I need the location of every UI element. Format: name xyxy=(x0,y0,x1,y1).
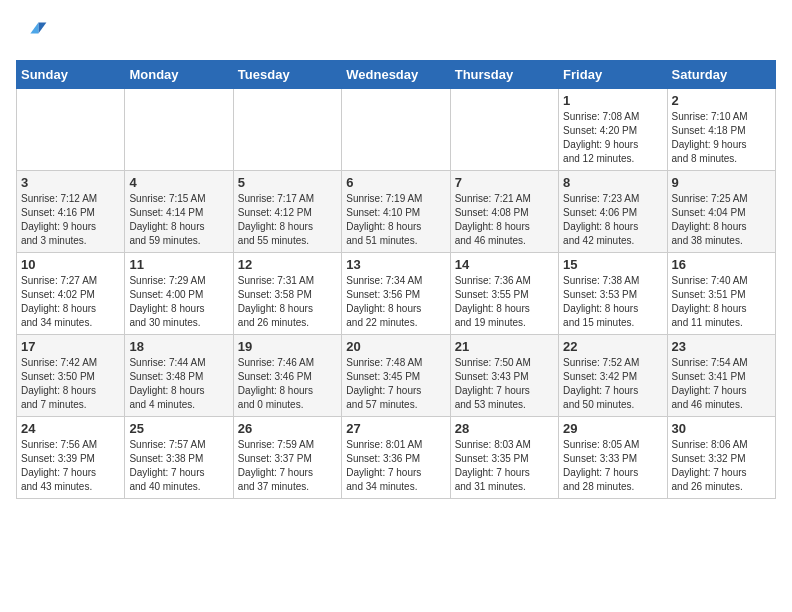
weekday-header-monday: Monday xyxy=(125,61,233,89)
day-number: 14 xyxy=(455,257,554,272)
weekday-header-tuesday: Tuesday xyxy=(233,61,341,89)
calendar-cell: 13Sunrise: 7:34 AM Sunset: 3:56 PM Dayli… xyxy=(342,253,450,335)
calendar-cell xyxy=(342,89,450,171)
day-info: Sunrise: 8:03 AM Sunset: 3:35 PM Dayligh… xyxy=(455,438,554,494)
day-number: 22 xyxy=(563,339,662,354)
day-info: Sunrise: 7:34 AM Sunset: 3:56 PM Dayligh… xyxy=(346,274,445,330)
day-number: 19 xyxy=(238,339,337,354)
day-info: Sunrise: 7:52 AM Sunset: 3:42 PM Dayligh… xyxy=(563,356,662,412)
calendar-cell: 4Sunrise: 7:15 AM Sunset: 4:14 PM Daylig… xyxy=(125,171,233,253)
calendar-cell: 26Sunrise: 7:59 AM Sunset: 3:37 PM Dayli… xyxy=(233,417,341,499)
day-info: Sunrise: 7:46 AM Sunset: 3:46 PM Dayligh… xyxy=(238,356,337,412)
day-info: Sunrise: 7:38 AM Sunset: 3:53 PM Dayligh… xyxy=(563,274,662,330)
calendar-cell: 11Sunrise: 7:29 AM Sunset: 4:00 PM Dayli… xyxy=(125,253,233,335)
week-row-4: 17Sunrise: 7:42 AM Sunset: 3:50 PM Dayli… xyxy=(17,335,776,417)
day-info: Sunrise: 7:17 AM Sunset: 4:12 PM Dayligh… xyxy=(238,192,337,248)
calendar-cell: 7Sunrise: 7:21 AM Sunset: 4:08 PM Daylig… xyxy=(450,171,558,253)
calendar-cell: 3Sunrise: 7:12 AM Sunset: 4:16 PM Daylig… xyxy=(17,171,125,253)
day-number: 15 xyxy=(563,257,662,272)
calendar-cell: 12Sunrise: 7:31 AM Sunset: 3:58 PM Dayli… xyxy=(233,253,341,335)
calendar-cell xyxy=(233,89,341,171)
day-info: Sunrise: 7:08 AM Sunset: 4:20 PM Dayligh… xyxy=(563,110,662,166)
day-info: Sunrise: 8:01 AM Sunset: 3:36 PM Dayligh… xyxy=(346,438,445,494)
day-number: 27 xyxy=(346,421,445,436)
day-number: 25 xyxy=(129,421,228,436)
calendar-cell xyxy=(450,89,558,171)
day-info: Sunrise: 7:15 AM Sunset: 4:14 PM Dayligh… xyxy=(129,192,228,248)
day-info: Sunrise: 7:25 AM Sunset: 4:04 PM Dayligh… xyxy=(672,192,771,248)
day-number: 1 xyxy=(563,93,662,108)
day-info: Sunrise: 7:36 AM Sunset: 3:55 PM Dayligh… xyxy=(455,274,554,330)
day-info: Sunrise: 7:44 AM Sunset: 3:48 PM Dayligh… xyxy=(129,356,228,412)
calendar-cell: 9Sunrise: 7:25 AM Sunset: 4:04 PM Daylig… xyxy=(667,171,775,253)
day-info: Sunrise: 7:29 AM Sunset: 4:00 PM Dayligh… xyxy=(129,274,228,330)
day-info: Sunrise: 7:31 AM Sunset: 3:58 PM Dayligh… xyxy=(238,274,337,330)
calendar-cell: 1Sunrise: 7:08 AM Sunset: 4:20 PM Daylig… xyxy=(559,89,667,171)
calendar-cell: 19Sunrise: 7:46 AM Sunset: 3:46 PM Dayli… xyxy=(233,335,341,417)
weekday-header-row: SundayMondayTuesdayWednesdayThursdayFrid… xyxy=(17,61,776,89)
calendar-cell: 5Sunrise: 7:17 AM Sunset: 4:12 PM Daylig… xyxy=(233,171,341,253)
calendar-cell: 25Sunrise: 7:57 AM Sunset: 3:38 PM Dayli… xyxy=(125,417,233,499)
day-info: Sunrise: 7:21 AM Sunset: 4:08 PM Dayligh… xyxy=(455,192,554,248)
calendar-cell: 10Sunrise: 7:27 AM Sunset: 4:02 PM Dayli… xyxy=(17,253,125,335)
day-info: Sunrise: 7:50 AM Sunset: 3:43 PM Dayligh… xyxy=(455,356,554,412)
calendar-cell: 21Sunrise: 7:50 AM Sunset: 3:43 PM Dayli… xyxy=(450,335,558,417)
day-number: 24 xyxy=(21,421,120,436)
logo xyxy=(16,16,52,48)
day-number: 28 xyxy=(455,421,554,436)
calendar-cell: 18Sunrise: 7:44 AM Sunset: 3:48 PM Dayli… xyxy=(125,335,233,417)
calendar-cell xyxy=(17,89,125,171)
day-info: Sunrise: 7:40 AM Sunset: 3:51 PM Dayligh… xyxy=(672,274,771,330)
logo-icon xyxy=(16,16,48,48)
day-number: 18 xyxy=(129,339,228,354)
calendar-cell: 6Sunrise: 7:19 AM Sunset: 4:10 PM Daylig… xyxy=(342,171,450,253)
day-number: 2 xyxy=(672,93,771,108)
day-info: Sunrise: 7:27 AM Sunset: 4:02 PM Dayligh… xyxy=(21,274,120,330)
day-info: Sunrise: 8:05 AM Sunset: 3:33 PM Dayligh… xyxy=(563,438,662,494)
day-number: 11 xyxy=(129,257,228,272)
calendar-cell: 8Sunrise: 7:23 AM Sunset: 4:06 PM Daylig… xyxy=(559,171,667,253)
day-number: 9 xyxy=(672,175,771,190)
day-number: 7 xyxy=(455,175,554,190)
calendar-cell: 17Sunrise: 7:42 AM Sunset: 3:50 PM Dayli… xyxy=(17,335,125,417)
week-row-5: 24Sunrise: 7:56 AM Sunset: 3:39 PM Dayli… xyxy=(17,417,776,499)
day-number: 6 xyxy=(346,175,445,190)
svg-marker-1 xyxy=(30,22,38,33)
weekday-header-thursday: Thursday xyxy=(450,61,558,89)
calendar-cell: 29Sunrise: 8:05 AM Sunset: 3:33 PM Dayli… xyxy=(559,417,667,499)
day-info: Sunrise: 7:56 AM Sunset: 3:39 PM Dayligh… xyxy=(21,438,120,494)
day-info: Sunrise: 8:06 AM Sunset: 3:32 PM Dayligh… xyxy=(672,438,771,494)
day-info: Sunrise: 7:59 AM Sunset: 3:37 PM Dayligh… xyxy=(238,438,337,494)
day-info: Sunrise: 7:12 AM Sunset: 4:16 PM Dayligh… xyxy=(21,192,120,248)
day-info: Sunrise: 7:54 AM Sunset: 3:41 PM Dayligh… xyxy=(672,356,771,412)
calendar-cell: 15Sunrise: 7:38 AM Sunset: 3:53 PM Dayli… xyxy=(559,253,667,335)
week-row-1: 1Sunrise: 7:08 AM Sunset: 4:20 PM Daylig… xyxy=(17,89,776,171)
day-number: 10 xyxy=(21,257,120,272)
day-info: Sunrise: 7:19 AM Sunset: 4:10 PM Dayligh… xyxy=(346,192,445,248)
day-number: 20 xyxy=(346,339,445,354)
weekday-header-saturday: Saturday xyxy=(667,61,775,89)
calendar-cell: 27Sunrise: 8:01 AM Sunset: 3:36 PM Dayli… xyxy=(342,417,450,499)
calendar-cell: 2Sunrise: 7:10 AM Sunset: 4:18 PM Daylig… xyxy=(667,89,775,171)
day-number: 5 xyxy=(238,175,337,190)
week-row-2: 3Sunrise: 7:12 AM Sunset: 4:16 PM Daylig… xyxy=(17,171,776,253)
day-number: 8 xyxy=(563,175,662,190)
calendar-cell xyxy=(125,89,233,171)
calendar-cell: 23Sunrise: 7:54 AM Sunset: 3:41 PM Dayli… xyxy=(667,335,775,417)
day-number: 21 xyxy=(455,339,554,354)
day-number: 13 xyxy=(346,257,445,272)
calendar-cell: 16Sunrise: 7:40 AM Sunset: 3:51 PM Dayli… xyxy=(667,253,775,335)
calendar-cell: 22Sunrise: 7:52 AM Sunset: 3:42 PM Dayli… xyxy=(559,335,667,417)
day-info: Sunrise: 7:10 AM Sunset: 4:18 PM Dayligh… xyxy=(672,110,771,166)
day-number: 16 xyxy=(672,257,771,272)
day-number: 26 xyxy=(238,421,337,436)
week-row-3: 10Sunrise: 7:27 AM Sunset: 4:02 PM Dayli… xyxy=(17,253,776,335)
calendar-table: SundayMondayTuesdayWednesdayThursdayFrid… xyxy=(16,60,776,499)
day-info: Sunrise: 7:23 AM Sunset: 4:06 PM Dayligh… xyxy=(563,192,662,248)
day-number: 30 xyxy=(672,421,771,436)
day-number: 23 xyxy=(672,339,771,354)
calendar-cell: 24Sunrise: 7:56 AM Sunset: 3:39 PM Dayli… xyxy=(17,417,125,499)
weekday-header-sunday: Sunday xyxy=(17,61,125,89)
weekday-header-wednesday: Wednesday xyxy=(342,61,450,89)
day-number: 12 xyxy=(238,257,337,272)
